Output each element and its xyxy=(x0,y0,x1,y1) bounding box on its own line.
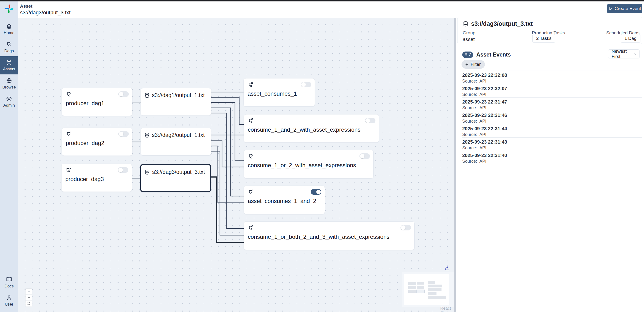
zoom-out-button[interactable] xyxy=(26,294,32,300)
dag-icon xyxy=(248,189,254,195)
dag-pause-toggle[interactable] xyxy=(118,91,129,97)
minimap-node xyxy=(428,296,446,299)
dag-icon xyxy=(248,225,254,231)
asset-event-row: 2025-09-23 22:31:44Source: API xyxy=(462,124,642,138)
minimap-node xyxy=(408,290,416,293)
dag-pause-toggle[interactable] xyxy=(365,118,376,123)
fit-view-button[interactable] xyxy=(26,300,32,306)
minimap-node xyxy=(417,290,424,293)
graph-node-producer_dag1[interactable]: producer_dag1 xyxy=(62,88,132,116)
asset-events-header: 7 Asset Events xyxy=(462,52,511,58)
graph-node-asset_dag2[interactable]: s3://dag2/output_1.txt xyxy=(141,128,211,156)
airflow-logo-icon xyxy=(4,4,14,14)
dag-pause-toggle[interactable] xyxy=(400,225,411,230)
page-title: s3://dag3/output_3.txt xyxy=(20,10,70,16)
sidebar-nav: Home Dags Assets Browse Admin xyxy=(0,20,18,111)
graph-node-consume_1_or_both_2_and_3_with_asset_expressions[interactable]: consume_1_or_both_2_and_3_with_asset_exp… xyxy=(244,221,414,250)
sidebar-bottom: Docs User xyxy=(0,273,18,310)
graph-node-consume_1_or_2_with_asset_expressions[interactable]: consume_1_or_2_with_asset_expressions xyxy=(244,150,374,178)
node-label: consume_1_and_2_with_asset_expressions xyxy=(244,124,379,133)
chevron-down-icon xyxy=(634,52,637,56)
asset-event-row: 2025-09-23 22:31:40Source: API xyxy=(462,151,642,164)
user-icon xyxy=(6,294,12,301)
database-icon xyxy=(144,92,150,98)
minimap-node xyxy=(428,281,435,284)
sidebar-item-label: Dags xyxy=(4,49,14,54)
zoom-in-button[interactable] xyxy=(26,288,32,294)
graph-node-asset_consumes_1[interactable]: asset_consumes_1 xyxy=(244,78,315,106)
minimap[interactable] xyxy=(402,272,454,307)
group-label: Group xyxy=(463,30,475,36)
filter-button[interactable]: Filter xyxy=(462,60,485,69)
sidebar-item-label: User xyxy=(5,302,13,307)
event-timestamp: 2025-09-23 22:31:44 xyxy=(462,126,642,132)
dag-pause-toggle[interactable] xyxy=(311,189,321,195)
download-icon xyxy=(444,265,450,271)
play-icon xyxy=(608,7,612,11)
vertical-scrollbar[interactable] xyxy=(454,18,456,312)
sidebar-item-admin[interactable]: Admin xyxy=(0,92,18,111)
graph-edge xyxy=(211,141,244,167)
book-icon xyxy=(6,276,12,283)
asset-summary-card: s3://dag3/output_3.txt Group asset Produ… xyxy=(457,17,642,44)
plus-icon xyxy=(465,62,469,66)
event-source: Source: API xyxy=(462,79,642,84)
graph-node-asset_dag3[interactable]: s3://dag3/output_3.txt xyxy=(140,164,211,192)
producing-tasks-button[interactable]: 2 Tasks xyxy=(532,34,555,43)
node-label: s3://dag2/output_1.txt xyxy=(152,132,205,138)
sort-order-select[interactable]: Newest First xyxy=(608,50,640,58)
sidebar-item-browse[interactable]: Browse xyxy=(0,74,18,92)
dag-pause-toggle[interactable] xyxy=(360,154,370,159)
graph-node-consume_1_and_2_with_asset_expressions[interactable]: consume_1_and_2_with_asset_expressions xyxy=(244,114,379,143)
asset-details-panel: s3://dag3/output_3.txt Group asset Produ… xyxy=(456,2,644,312)
graph-edge xyxy=(211,97,244,124)
asset-event-row: 2025-09-23 22:31:47Source: API xyxy=(462,98,642,111)
dag-icon xyxy=(6,41,12,48)
graph-node-asset_dag1[interactable]: s3://dag1/output_1.txt xyxy=(141,88,211,116)
node-label: producer_dag3 xyxy=(62,174,132,182)
sidebar-item-home[interactable]: Home xyxy=(0,20,18,38)
scheduled-dags-button[interactable]: 1 Dag xyxy=(621,34,640,43)
node-label: consume_1_or_both_2_and_3_with_asset_exp… xyxy=(244,231,414,240)
minimap-node xyxy=(428,292,436,295)
event-source: Source: API xyxy=(462,146,642,150)
dag-icon xyxy=(66,91,72,98)
dag-pause-toggle[interactable] xyxy=(301,82,311,87)
download-graph-button[interactable] xyxy=(444,265,450,271)
database-icon xyxy=(464,53,468,56)
minimap-node xyxy=(417,282,424,284)
node-label: asset_consumes_1_and_2 xyxy=(244,195,324,204)
event-source: Source: API xyxy=(462,159,642,164)
sidebar-item-dags[interactable]: Dags xyxy=(0,38,18,56)
node-label: asset_consumes_1 xyxy=(244,88,314,97)
asset-graph-canvas[interactable]: producer_dag1producer_dag2producer_dag3s… xyxy=(18,18,454,312)
create-event-button[interactable]: Create Event xyxy=(607,4,642,13)
asset-event-row: 2025-09-23 22:31:46Source: API xyxy=(462,111,642,124)
dag-pause-toggle[interactable] xyxy=(118,167,128,173)
graph-node-asset_consumes_1_and_2[interactable]: asset_consumes_1_and_2 xyxy=(244,186,325,214)
asset-events-count-badge: 7 xyxy=(462,52,473,58)
graph-node-producer_dag3[interactable]: producer_dag3 xyxy=(61,164,132,192)
event-source: Source: API xyxy=(462,92,642,97)
dag-icon xyxy=(66,131,72,138)
dag-pause-toggle[interactable] xyxy=(118,131,129,137)
database-icon xyxy=(463,21,468,27)
page-eyebrow: Asset xyxy=(20,4,32,9)
sidebar-item-user[interactable]: User xyxy=(0,292,18,310)
database-icon xyxy=(6,60,12,66)
asset-event-row: 2025-09-23 22:31:43Source: API xyxy=(462,138,642,151)
graph-node-producer_dag2[interactable]: producer_dag2 xyxy=(62,128,132,156)
event-timestamp: 2025-09-23 22:31:46 xyxy=(462,112,642,118)
asset-events-list: 2025-09-23 22:32:08Source: API2025-09-23… xyxy=(462,70,642,164)
graph-controls xyxy=(26,288,32,306)
database-icon xyxy=(144,132,150,138)
sidebar-item-label: Home xyxy=(4,30,14,35)
event-source: Source: API xyxy=(462,106,642,110)
sidebar-item-docs[interactable]: Docs xyxy=(0,273,18,292)
window-top-strip xyxy=(0,0,644,2)
sidebar-item-assets[interactable]: Assets xyxy=(0,56,18,74)
event-source: Source: API xyxy=(462,132,642,137)
event-source: Source: API xyxy=(462,119,642,124)
dag-icon xyxy=(248,118,254,124)
home-icon xyxy=(6,23,12,29)
